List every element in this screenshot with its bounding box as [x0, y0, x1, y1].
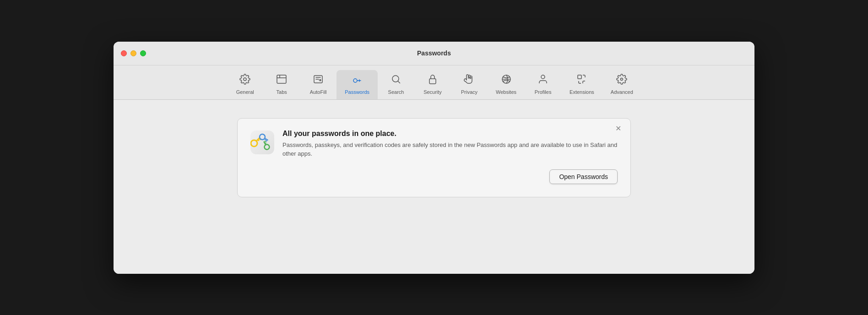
passwords-app-icon [250, 130, 274, 154]
tab-autofill[interactable]: AutoFill [300, 70, 336, 99]
gear-icon [239, 74, 250, 87]
window-title: Passwords [417, 49, 451, 57]
tab-security[interactable]: Security [414, 70, 451, 99]
svg-rect-7 [578, 75, 581, 79]
tab-passwords-label: Passwords [345, 89, 369, 95]
tab-search-label: Search [388, 89, 404, 95]
tab-privacy[interactable]: Privacy [451, 70, 488, 99]
tab-advanced-label: Advanced [611, 89, 633, 95]
lock-icon [427, 74, 438, 87]
tab-advanced[interactable]: Advanced [602, 70, 641, 99]
card-footer: Open Passwords [250, 169, 618, 184]
dismiss-card-button[interactable]: ✕ [613, 124, 624, 133]
preferences-toolbar: General Tabs AutoFill [114, 65, 754, 100]
traffic-lights [121, 50, 146, 56]
tab-profiles-label: Profiles [535, 89, 552, 95]
tab-extensions[interactable]: Extensions [561, 70, 602, 99]
card-description: Passwords, passkeys, and verification co… [282, 141, 618, 158]
minimize-window-button[interactable] [130, 50, 136, 56]
tab-tabs[interactable]: Tabs [263, 70, 300, 99]
svg-point-2 [353, 79, 357, 82]
passwords-info-card: ✕ [237, 118, 631, 197]
extensions-icon [576, 74, 587, 87]
svg-rect-4 [429, 79, 436, 84]
card-text: All your passwords in one place. Passwor… [282, 130, 618, 158]
tabs-icon [276, 74, 287, 87]
tab-search[interactable]: Search [378, 70, 414, 99]
tab-tabs-label: Tabs [277, 89, 287, 95]
tab-websites-label: Websites [496, 89, 516, 95]
svg-rect-0 [277, 75, 286, 83]
card-title: All your passwords in one place. [282, 130, 618, 138]
advanced-gear-icon [616, 74, 627, 87]
tab-privacy-label: Privacy [461, 89, 477, 95]
globe-icon [501, 74, 512, 87]
search-icon [391, 74, 401, 87]
autofill-icon [313, 74, 324, 87]
safari-preferences-window: Passwords General Tabs [114, 42, 754, 274]
close-window-button[interactable] [121, 50, 127, 56]
tab-autofill-label: AutoFill [310, 89, 327, 95]
person-icon [537, 74, 548, 87]
tab-profiles[interactable]: Profiles [525, 70, 561, 99]
svg-point-6 [541, 75, 545, 79]
tab-general[interactable]: General [227, 70, 263, 99]
hand-icon [464, 74, 475, 87]
titlebar: Passwords [114, 42, 754, 65]
tab-extensions-label: Extensions [570, 89, 594, 95]
open-passwords-button[interactable]: Open Passwords [549, 169, 618, 184]
tab-general-label: General [236, 89, 254, 95]
content-area: ✕ [114, 100, 754, 274]
tab-websites[interactable]: Websites [488, 70, 525, 99]
tab-passwords[interactable]: Passwords [336, 70, 378, 99]
svg-point-3 [392, 76, 399, 82]
key-icon [352, 74, 363, 87]
tab-security-label: Security [423, 89, 442, 95]
svg-point-8 [621, 78, 623, 80]
maximize-window-button[interactable] [140, 50, 146, 56]
card-body: All your passwords in one place. Passwor… [250, 130, 618, 158]
